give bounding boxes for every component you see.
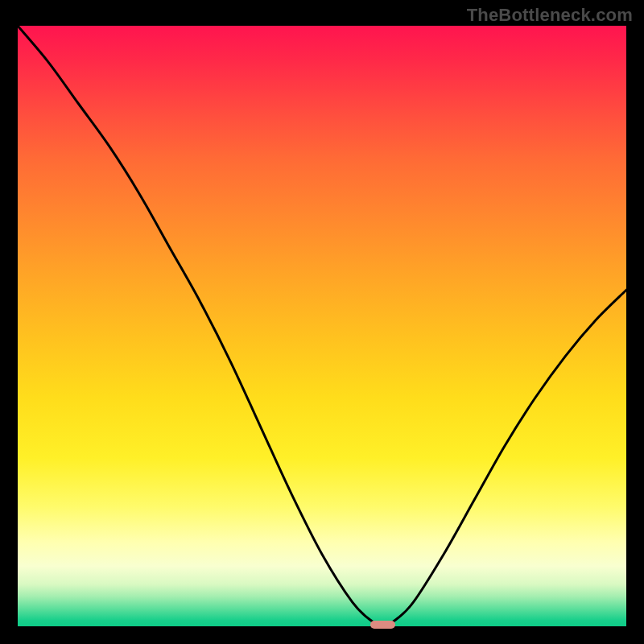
- plot-area: [18, 26, 626, 626]
- chart-frame: TheBottleneck.com: [0, 0, 644, 644]
- optimum-marker: [370, 621, 394, 629]
- bottleneck-curve: [18, 26, 626, 626]
- watermark-text: TheBottleneck.com: [467, 5, 633, 26]
- curve-path: [18, 26, 626, 626]
